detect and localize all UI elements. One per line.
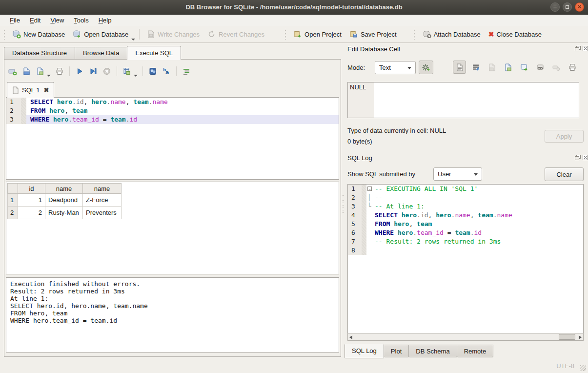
splitter-handle[interactable] [343, 195, 344, 215]
copy-link-button[interactable] [533, 61, 547, 74]
cell-team-name[interactable]: Preventers [83, 207, 122, 219]
close-button[interactable]: × [575, 2, 584, 12]
results-panel: id name name 1 1 Deadpond Z-Force 2 2 Ru… [6, 182, 339, 274]
tab-remote[interactable]: Remote [457, 345, 494, 357]
sql-tab-close-icon[interactable]: ✖ [43, 86, 49, 94]
new-database-button[interactable]: New Database [8, 28, 69, 41]
toolbar-grip[interactable] [413, 29, 416, 40]
resize-grip[interactable] [580, 365, 586, 371]
new-sql-tab-button[interactable] [7, 65, 19, 77]
save-project-button[interactable]: Save Project [345, 28, 401, 41]
execute-line-button[interactable] [87, 65, 99, 77]
scroll-right-icon[interactable] [579, 335, 582, 339]
tab-execute-sql[interactable]: Execute SQL [127, 46, 181, 60]
tab-plot[interactable]: Plot [384, 345, 409, 357]
print-cell-button[interactable] [566, 61, 579, 74]
chevron-down-icon [407, 67, 411, 69]
column-header-id[interactable]: id [18, 184, 45, 194]
save-sql-file-button[interactable] [34, 65, 46, 77]
dock-float-icon[interactable] [575, 46, 581, 51]
cell-hero-name[interactable]: Deadpond [45, 194, 83, 207]
line-number: 6 [348, 228, 362, 237]
menu-file[interactable]: File [5, 16, 25, 25]
horizontal-scrollbar[interactable] [347, 333, 584, 341]
column-header-name2[interactable]: name [83, 184, 122, 194]
cell-id[interactable]: 2 [18, 207, 45, 219]
main-toolbar: New Database Open Database Write Changes… [0, 26, 588, 43]
auto-format-button[interactable] [419, 61, 433, 74]
line-number: 1 [6, 98, 21, 106]
log-margin [362, 228, 366, 237]
title-bar: DB Browser for SQLite - /home/user/code/… [0, 0, 588, 15]
attach-database-button[interactable]: Attach Database [419, 28, 485, 41]
code-line: WHERE hero.team_id = team.id [26, 115, 339, 124]
minimize-button[interactable]: – [550, 2, 560, 12]
sql-log-filter-label: Show SQL submitted by [347, 170, 415, 178]
line-number: 5 [348, 220, 362, 228]
word-wrap-button[interactable] [469, 61, 482, 74]
save-results-button[interactable] [121, 65, 133, 77]
clear-log-button[interactable]: Clear [545, 167, 584, 181]
sql-file-icon [12, 86, 19, 94]
scrollbar-thumb[interactable] [559, 334, 575, 340]
sql-log-filter-select[interactable]: User [433, 167, 482, 181]
export-data-button[interactable] [501, 61, 514, 74]
open-in-app-icon [520, 63, 528, 72]
column-header-name[interactable]: name [45, 184, 83, 194]
toolbar-grip[interactable] [284, 29, 286, 40]
dock-close-icon[interactable] [583, 46, 588, 51]
main-tab-bar: Database Structure Browse Data Execute S… [4, 46, 181, 60]
log-line: 3└-- At line 1: [348, 202, 583, 211]
menu-view[interactable]: View [45, 16, 69, 25]
cell-editor-area[interactable]: NULL [347, 82, 579, 118]
maximize-button[interactable] [563, 2, 572, 12]
row-number[interactable]: 1 [8, 194, 18, 207]
table-row[interactable]: 2 2 Rusty-Man Preventers [8, 207, 122, 219]
sql-log-viewer[interactable]: 1--- EXECUTING ALL IN 'SQL 1' 2│-- 3└-- … [347, 184, 584, 333]
format-sql-button[interactable]: ba [161, 65, 172, 77]
editor-margin [21, 98, 26, 106]
sql-editor[interactable]: 1SELECT hero.id, hero.name, team.name 2F… [6, 97, 339, 180]
tab-browse-data[interactable]: Browse Data [75, 47, 127, 60]
find-button[interactable] [147, 65, 159, 77]
project-open-icon [293, 30, 302, 39]
play-to-line-icon [89, 67, 98, 76]
cell-editor-content[interactable] [374, 83, 579, 118]
code-line: SELECT hero.id, hero.name, team.name [374, 211, 583, 220]
open-database-button[interactable]: Open Database [69, 28, 132, 41]
mode-select[interactable]: Text [375, 61, 416, 74]
menu-tools[interactable]: Tools [69, 16, 93, 25]
execute-all-button[interactable] [74, 65, 85, 77]
menu-help[interactable]: Help [94, 16, 117, 25]
table-row[interactable]: 1 1 Deadpond Z-Force [8, 194, 122, 207]
print-sql-button[interactable] [54, 65, 65, 77]
cell-hero-name[interactable]: Rusty-Man [45, 207, 83, 219]
dock-float-icon[interactable] [575, 155, 581, 160]
tab-db-schema[interactable]: DB Schema [409, 345, 457, 357]
execution-message[interactable]: Execution finished without errors. Resul… [6, 277, 339, 352]
tab-sql-log[interactable]: SQL Log [345, 344, 384, 358]
open-sql-file-button[interactable] [20, 65, 32, 77]
maximize-icon [566, 5, 569, 9]
cell-team-name[interactable]: Z-Force [83, 194, 122, 207]
tab-database-structure[interactable]: Database Structure [4, 47, 75, 60]
toolbar-grip[interactable] [3, 29, 5, 40]
project-save-icon [349, 30, 358, 39]
open-database-dropdown-caret[interactable] [131, 39, 135, 41]
menu-edit[interactable]: Edit [25, 16, 45, 25]
save-results-dropdown-caret[interactable] [134, 75, 138, 77]
sql-tab[interactable]: SQL 1 ✖ [7, 82, 54, 98]
fold-marker[interactable]: - [366, 185, 374, 193]
save-sql-dropdown-caret[interactable] [47, 75, 51, 77]
window-title: DB Browser for SQLite - /home/user/code/… [185, 3, 402, 11]
cell-id[interactable]: 1 [18, 194, 45, 207]
close-database-button[interactable]: ✖ Close Database [485, 28, 546, 40]
open-external-button[interactable] [517, 61, 530, 74]
text-mode-button[interactable] [453, 61, 466, 74]
word-wrap-button[interactable] [181, 65, 192, 77]
revert-changes-icon [207, 30, 216, 39]
scroll-left-icon[interactable] [349, 335, 352, 339]
row-number[interactable]: 2 [8, 207, 18, 219]
dock-close-icon[interactable] [583, 155, 588, 160]
open-project-button[interactable]: Open Project [289, 28, 345, 41]
